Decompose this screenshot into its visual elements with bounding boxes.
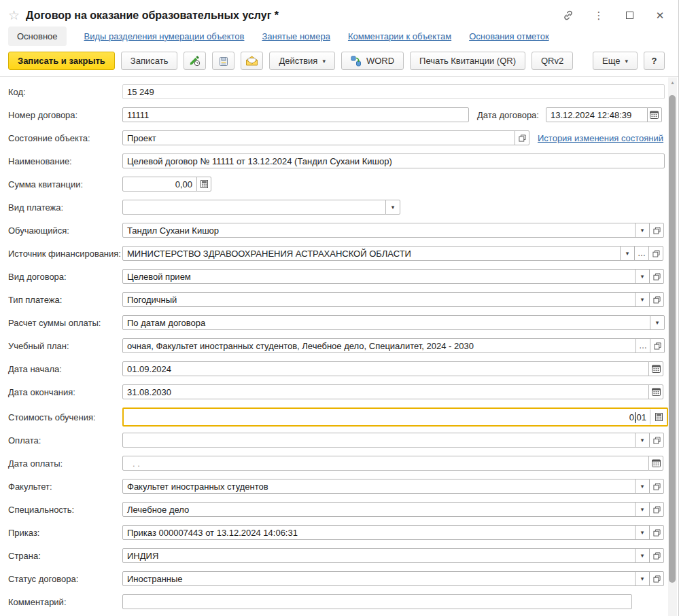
- window-header: ☆ Договор на оказание образовательных ус…: [0, 0, 678, 26]
- contract-kind-open-button[interactable]: [649, 269, 664, 284]
- save-and-close-button[interactable]: Записать и закрыть: [8, 52, 115, 70]
- contract-date-calendar-button[interactable]: [647, 107, 662, 122]
- close-icon[interactable]: ✕: [654, 10, 666, 22]
- open-icon: [653, 529, 661, 537]
- payment-calc-field[interactable]: По датам договора: [122, 315, 650, 330]
- payment-date-calendar-button[interactable]: [648, 456, 663, 471]
- comment-field[interactable]: [122, 594, 632, 609]
- qrv2-button[interactable]: QRv2: [532, 52, 573, 70]
- save-button[interactable]: Записать: [121, 52, 178, 70]
- receipt-sum-field[interactable]: 0,00: [122, 177, 197, 192]
- contract-kind-dropdown-button[interactable]: ▾: [635, 269, 650, 284]
- field-row-date-start: Дата начала: 01.09.2024: [8, 361, 678, 376]
- scrollbar-up-arrow[interactable]: ▲: [668, 77, 677, 88]
- receipt-sum-calculator-button[interactable]: [196, 177, 211, 192]
- print-receipt-qr-button[interactable]: Печать Квитанции (QR): [410, 52, 525, 70]
- student-field[interactable]: Тандил Сухани Кишор: [122, 223, 636, 238]
- date-end-calendar-button[interactable]: [648, 384, 663, 399]
- set-state-button[interactable]: [184, 52, 206, 70]
- tab-numbering-kinds[interactable]: Виды разделения нумерации объектов: [84, 31, 245, 41]
- state-history-link[interactable]: История изменения состояний: [538, 133, 663, 143]
- payment-dropdown-button[interactable]: ▾: [635, 433, 650, 448]
- specialty-field[interactable]: Лечебное дело: [122, 502, 636, 517]
- funding-source-open-button[interactable]: [648, 246, 663, 261]
- contract-kind-field[interactable]: Целевой прием: [122, 269, 636, 284]
- faculty-open-button[interactable]: [649, 479, 664, 494]
- country-dropdown-button[interactable]: ▾: [635, 548, 650, 563]
- maximize-icon[interactable]: [623, 10, 636, 22]
- date-end-field[interactable]: 31.08.2030: [122, 384, 649, 399]
- scrollbar-thumb[interactable]: [669, 95, 676, 583]
- date-end-label: Дата окончания:: [8, 387, 122, 397]
- tab-main[interactable]: Основное: [8, 26, 67, 46]
- curriculum-open-button[interactable]: [650, 338, 665, 353]
- calculator-icon: [201, 180, 208, 188]
- receipt-sum-label: Сумма квитанции:: [8, 179, 122, 189]
- contract-status-open-button[interactable]: [649, 571, 664, 586]
- help-button[interactable]: ?: [644, 52, 665, 70]
- contract-date-label: Дата договора:: [477, 110, 539, 120]
- payment-kind-field[interactable]: [122, 200, 386, 215]
- student-dropdown-button[interactable]: ▾: [635, 223, 650, 238]
- calendar-icon: [652, 459, 661, 467]
- actions-label: Действия: [279, 56, 317, 66]
- date-start-calendar-button[interactable]: [648, 361, 663, 376]
- tuition-cost-value: 0,01: [629, 412, 650, 422]
- contract-status-dropdown-button[interactable]: ▾: [635, 571, 650, 586]
- word-export-button[interactable]: WORD: [341, 52, 404, 70]
- order-field[interactable]: Приказ 000007443 от 13.12.2024 14:06:31: [122, 525, 636, 540]
- student-open-button[interactable]: [649, 223, 664, 238]
- tuition-cost-label: Стоимость обучения:: [8, 412, 122, 422]
- code-field[interactable]: 15 249: [122, 84, 665, 99]
- tuition-cost-calculator-button[interactable]: [650, 413, 667, 421]
- payment-open-button[interactable]: [649, 433, 664, 448]
- specialty-dropdown-button[interactable]: ▾: [635, 502, 650, 517]
- curriculum-field[interactable]: очная, Факультет иностранных студентов, …: [122, 338, 636, 353]
- payment-type-open-button[interactable]: [649, 292, 664, 307]
- more-button[interactable]: Еще ▾: [593, 52, 638, 70]
- tab-object-comments[interactable]: Комментарии к объектам: [348, 31, 451, 41]
- name-field[interactable]: Целевой договор № 11111 от 13.12.2024 (Т…: [122, 153, 665, 168]
- payment-field[interactable]: [122, 433, 636, 448]
- faculty-field[interactable]: Факультет иностранных студентов: [122, 479, 636, 494]
- open-icon: [652, 250, 660, 257]
- order-open-button[interactable]: [649, 525, 664, 540]
- copy-link-icon[interactable]: [562, 10, 574, 22]
- contract-number-field[interactable]: 11111: [122, 107, 469, 122]
- contract-status-field[interactable]: Иностранные: [122, 571, 636, 586]
- vertical-scrollbar[interactable]: ▲: [668, 77, 677, 616]
- funding-source-dropdown-button[interactable]: ▾: [620, 246, 635, 261]
- actions-button[interactable]: Действия ▾: [269, 52, 335, 70]
- post-document-button[interactable]: [212, 52, 234, 70]
- payment-date-field[interactable]: . .: [122, 456, 649, 471]
- contract-date-field[interactable]: 13.12.2024 12:48:39: [546, 107, 648, 122]
- date-start-field[interactable]: 01.09.2024: [122, 361, 649, 376]
- payment-type-dropdown-button[interactable]: ▾: [635, 292, 650, 307]
- specialty-open-button[interactable]: [649, 502, 664, 517]
- favorite-star-icon[interactable]: ☆: [8, 7, 20, 23]
- chevron-down-icon: ▾: [656, 319, 659, 326]
- payment-kind-dropdown-button[interactable]: ▾: [385, 200, 400, 215]
- open-icon: [653, 227, 661, 234]
- payment-type-field[interactable]: Погодичный: [122, 292, 636, 307]
- chevron-down-icon: ▾: [391, 204, 395, 211]
- tab-occupied-numbers[interactable]: Занятые номера: [262, 31, 330, 41]
- tab-mark-reasons[interactable]: Основания отметок: [469, 31, 549, 41]
- contract-number-label: Номер договора:: [8, 110, 122, 120]
- object-state-field[interactable]: Проект: [122, 130, 515, 145]
- faculty-dropdown-button[interactable]: ▾: [635, 479, 650, 494]
- chevron-down-icon: ▾: [641, 552, 644, 559]
- object-state-open-button[interactable]: [515, 130, 529, 145]
- country-open-button[interactable]: [649, 548, 664, 563]
- curriculum-choose-button[interactable]: …: [636, 338, 650, 353]
- country-field[interactable]: ИНДИЯ: [122, 548, 636, 563]
- field-row-curriculum: Учебный план: очная, Факультет иностранн…: [8, 338, 678, 353]
- funding-source-choose-button[interactable]: …: [634, 246, 649, 261]
- envelope-button[interactable]: [241, 52, 263, 70]
- name-label: Наименование:: [8, 156, 122, 166]
- more-menu-icon[interactable]: ⋮: [593, 10, 605, 22]
- order-dropdown-button[interactable]: ▾: [635, 525, 650, 540]
- payment-calc-dropdown-button[interactable]: ▾: [650, 315, 665, 330]
- tuition-cost-field[interactable]: 0,01: [122, 407, 668, 427]
- funding-source-field[interactable]: МИНИСТЕРСТВО ЗДРАВООХРАНЕНИЯ АСТРАХАНСКО…: [122, 246, 621, 261]
